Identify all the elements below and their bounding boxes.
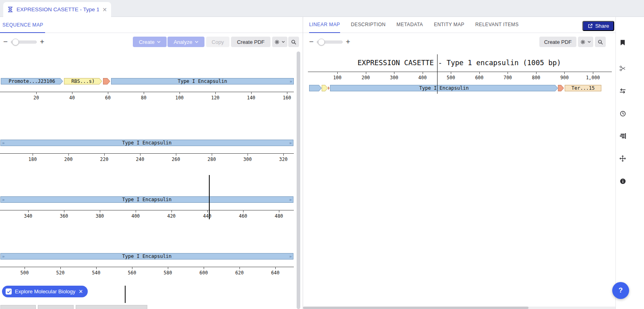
chevron-down-icon	[195, 41, 198, 43]
ruler-tick	[394, 72, 394, 74]
tab-close-icon[interactable]: ✕	[102, 7, 107, 12]
annotation-blue[interactable]	[309, 85, 322, 91]
ruler-tick	[60, 267, 61, 269]
left-vertical-scrollbar[interactable]	[297, 52, 300, 309]
ruler-tick-label: 300	[244, 157, 252, 162]
ruler-tick	[180, 92, 180, 94]
ruler-tick-label: 800	[532, 75, 541, 80]
right-zoom-slider[interactable]	[317, 41, 343, 43]
annotation-type-i-encapsulin[interactable]: »Type I Encapsulin»	[0, 140, 293, 146]
ruler-tick	[243, 210, 244, 212]
ruler-tick-label: 200	[361, 75, 370, 80]
annotation-yellow[interactable]	[322, 85, 328, 91]
ruler-tick	[100, 210, 100, 212]
ruler-tick	[508, 72, 508, 74]
share-button[interactable]: Share	[582, 21, 614, 31]
gear-icon	[580, 39, 585, 45]
left-search-button[interactable]	[288, 37, 299, 47]
chevron-down-icon	[588, 41, 591, 43]
ruler-tick	[215, 92, 216, 94]
ruler-tick	[136, 210, 136, 212]
annotation-type-i-encapsulin[interactable]: Type I Encapsulin»	[111, 78, 294, 84]
window-tab-bar: EXPRESSION CASETTE - Type 1... ✕	[0, 0, 644, 17]
annotation-gray[interactable]	[0, 305, 36, 309]
left-zoom-slider[interactable]	[11, 41, 37, 43]
tab-relevant-items[interactable]: RELEVANT ITEMS	[475, 17, 519, 33]
ruler-tick-label: 500	[447, 75, 455, 80]
ruler-tick-label: 620	[235, 270, 244, 276]
ruler-line	[0, 153, 294, 154]
tab-entity-map[interactable]: ENTITY MAP	[434, 17, 464, 33]
bookmark-icon[interactable]	[619, 39, 626, 46]
ruler-tick	[423, 72, 423, 74]
ruler-tick-label: 20	[33, 95, 39, 101]
ruler-tick	[251, 92, 252, 94]
left-create-pdf-button[interactable]: Create PDF	[231, 37, 270, 47]
annotation-promote-j23106[interactable]: Promote...J23106	[1, 78, 63, 84]
right-create-pdf-button[interactable]: Create PDF	[539, 37, 576, 47]
right-settings-button[interactable]	[578, 37, 593, 47]
annotation-type-i-encapsulin[interactable]: »Type I Encapsulin»	[0, 196, 293, 203]
copy-button[interactable]: Copy	[206, 37, 229, 47]
zoom-out-icon[interactable]: −	[3, 38, 8, 46]
sequence-hourglass-icon	[7, 6, 13, 12]
ruler-tick-label: 260	[172, 157, 180, 162]
ruler-tick-label: 380	[95, 213, 104, 219]
translations-swap-icon[interactable]	[619, 87, 626, 95]
tab-linear-map[interactable]: LINEAR MAP	[309, 17, 340, 33]
chevron-down-icon	[157, 41, 161, 43]
left-zoom-handle[interactable]	[12, 39, 19, 45]
annotation-gray[interactable]	[38, 305, 74, 309]
right-search-button[interactable]	[595, 37, 606, 47]
pill-close-icon[interactable]: ✕	[78, 288, 83, 295]
annotation-orange[interactable]	[328, 85, 330, 91]
ruler-tick	[337, 72, 338, 74]
ruler-tick	[64, 210, 64, 212]
ruler-tick-label: 420	[167, 213, 175, 219]
explore-molecular-biology-pill[interactable]: Explore Molecular Biology ✕	[2, 286, 88, 297]
annotation-orange[interactable]	[103, 78, 110, 84]
ruler-tick-label: 100	[175, 95, 184, 101]
ruler-tick-label: 600	[475, 75, 483, 80]
ruler-tick-label: 140	[247, 95, 256, 101]
ruler-tick-label: 900	[560, 75, 569, 80]
create-button[interactable]: Create	[133, 37, 167, 47]
zoom-out-icon[interactable]: −	[309, 38, 314, 46]
left-panel-header: SEQUENCE MAP	[0, 17, 303, 33]
search-icon	[291, 39, 296, 45]
right-zoom-handle[interactable]	[318, 39, 325, 45]
app-window: EXPRESSION CASETTE - Type 1... ✕ SEQUENC…	[0, 0, 644, 309]
scissors-icon[interactable]	[619, 65, 626, 72]
annotation-orange[interactable]	[558, 85, 564, 91]
pill-checkbox[interactable]	[6, 288, 12, 295]
alignments-icon[interactable]	[619, 132, 626, 140]
ruler-line	[0, 267, 294, 267]
annotation-gray[interactable]	[76, 305, 147, 309]
zoom-in-icon[interactable]: +	[346, 38, 350, 46]
annotation-type-i-encapsulin[interactable]: »Type I Encapsulin»	[0, 253, 293, 260]
analyze-button[interactable]: Analyze	[167, 37, 204, 47]
history-clock-icon[interactable]	[619, 110, 626, 117]
ruler-tick-label: 80	[141, 95, 147, 101]
ruler-tick-label: 40	[69, 95, 75, 101]
ruler-tick	[451, 72, 451, 74]
left-settings-button[interactable]	[272, 37, 287, 47]
ruler-tick-label: 700	[504, 75, 512, 80]
right-zoom-control: − +	[309, 37, 350, 47]
help-button[interactable]: ?	[612, 282, 629, 299]
tab-sequence-map[interactable]: SEQUENCE MAP	[2, 17, 43, 33]
ruler-tick-label: 280	[208, 157, 216, 162]
annotation-ter-15[interactable]: Ter...15	[565, 85, 601, 91]
annotation-rbs-s-[interactable]: RBS...s)	[64, 78, 102, 84]
info-icon[interactable]	[619, 177, 626, 185]
zoom-in-icon[interactable]: +	[40, 38, 44, 46]
right-horizontal-scrollbar-thumb[interactable]	[303, 307, 528, 309]
ruler-tick-label: 180	[29, 157, 37, 162]
tab-metadata[interactable]: METADATA	[396, 17, 423, 33]
ruler-tick	[239, 267, 240, 269]
ruler-tick	[593, 72, 593, 74]
document-tab[interactable]: EXPRESSION CASETTE - Type 1... ✕	[3, 2, 111, 17]
move-crosshair-icon[interactable]	[619, 155, 626, 162]
annotation-type-i-encapsulin[interactable]: Type I Encapsulin	[330, 85, 558, 91]
tab-description[interactable]: DESCRIPTION	[351, 17, 386, 33]
